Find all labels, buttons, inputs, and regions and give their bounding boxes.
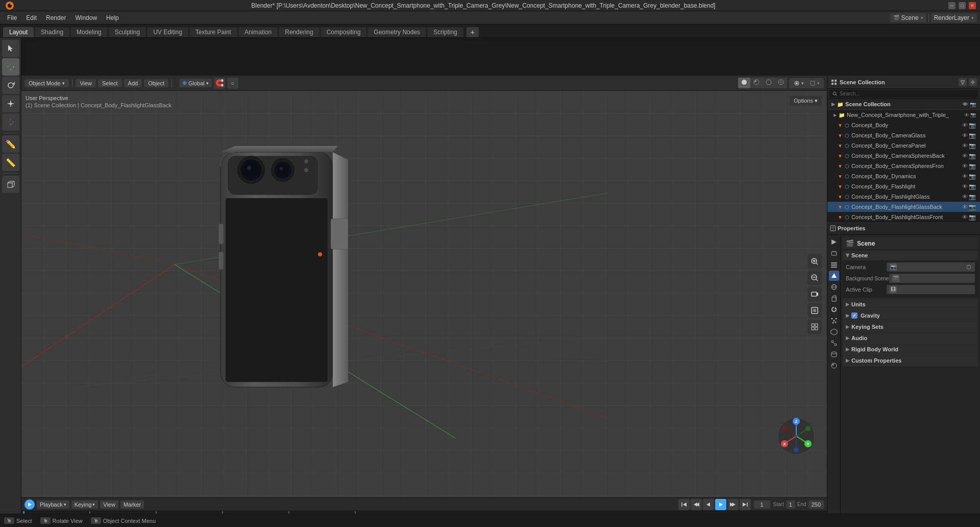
bg-scene-value[interactable]: 🎬 [889,274,975,283]
render-8[interactable]: 📷 [969,194,976,200]
vis-5[interactable]: 👁 [962,163,968,169]
tab-animation[interactable]: Animation [238,27,278,37]
props-physics-icon[interactable] [829,327,839,337]
outliner-item-8[interactable]: ▼ ⬡ Concept_Body_FlashlightGlass 👁 📷 [827,191,980,202]
render-1[interactable]: 📷 [969,122,976,129]
vis-3[interactable]: 👁 [962,142,968,149]
props-object-icon[interactable] [829,293,839,303]
render-6[interactable]: 📷 [969,173,976,180]
step-backward[interactable] [691,499,702,510]
render-9[interactable]: 📷 [969,204,976,210]
wireframe-display[interactable] [775,78,787,88]
render-4[interactable]: 📷 [969,153,976,159]
camera-view-button[interactable] [807,287,822,301]
viewport-select-menu[interactable]: Select [98,79,122,87]
active-clip-value[interactable]: 🎞 [887,285,975,294]
props-viewlayer-icon[interactable] [829,259,839,270]
render-7[interactable]: 📷 [969,183,976,190]
tab-rendering[interactable]: Rendering [279,27,319,37]
show-xray[interactable]: ▾ [807,79,822,87]
add-cube-tool[interactable] [2,176,19,193]
tab-geometry-nodes[interactable]: Geometry Nodes [368,27,426,37]
solid-display[interactable] [738,78,750,88]
material-display[interactable] [750,78,763,88]
camera-value[interactable]: 📷 [887,262,975,272]
global-transform-selector[interactable]: ⊕ Global ▾ [179,79,212,87]
render-2[interactable]: 📷 [969,132,976,139]
menu-window[interactable]: Window [71,13,101,22]
props-material-icon[interactable] [829,361,839,371]
tab-modeling[interactable]: Modeling [70,27,108,37]
tab-scripting[interactable]: Scripting [427,27,463,37]
vis-4[interactable]: 👁 [962,153,968,159]
outliner-item-7[interactable]: ▼ ⬡ Concept_Body_Flashlight 👁 📷 [827,181,980,191]
end-frame-input[interactable]: 250 [808,500,824,509]
scene-selector[interactable]: 🎬 Scene ▾ [890,13,926,22]
marker-menu[interactable]: Marker [120,500,144,509]
keying-menu[interactable]: Keying ▾ [71,500,99,509]
minimize-button[interactable]: ─ [948,2,955,9]
menu-help[interactable]: Help [102,13,123,22]
jump-to-end[interactable] [740,499,751,510]
outliner-item-2[interactable]: ▼ ⬡ Concept_Body_CameraGlass 👁 📷 [827,130,980,140]
scale-tool[interactable] [2,95,19,112]
rigid-body-world-header[interactable]: ▶ Rigid Body World [843,344,978,354]
play-forward-button[interactable] [715,499,726,510]
scene-section-header[interactable]: ▶ Scene [843,250,978,260]
move-tool[interactable] [2,58,19,76]
search-field[interactable]: Search... [829,90,978,98]
tab-compositing[interactable]: Compositing [321,27,367,37]
units-section-header[interactable]: ▶ Units [843,299,978,309]
transform-tool[interactable] [2,113,19,131]
tab-layout[interactable]: Layout [3,27,34,37]
custom-props-header[interactable]: ▶ Custom Properties [843,355,978,366]
add-workspace-button[interactable]: + [467,27,479,37]
cursor-tool[interactable] [2,40,19,57]
proportional-editing[interactable]: ○ [227,78,238,89]
render-3[interactable]: 📷 [969,142,976,149]
vis-1[interactable]: 👁 [962,122,968,128]
step-forward[interactable] [727,499,739,510]
start-frame-input[interactable]: 1 [786,500,795,509]
props-particles-icon[interactable] [829,316,839,326]
annotate-tool[interactable]: ✏️ [2,135,19,153]
render-icon[interactable]: 📷 [970,102,976,107]
props-scene-icon[interactable] [829,271,839,281]
tab-texture-paint[interactable]: Texture Paint [189,27,237,37]
tab-sculpting[interactable]: Sculpting [109,27,146,37]
render-10[interactable]: 📷 [969,214,976,221]
outliner-item-5[interactable]: ▼ ⬡ Concept_Body_CameraSpheresFron 👁 📷 [827,161,980,171]
vis-10[interactable]: 👁 [962,214,968,220]
outliner-item-10[interactable]: ▼ ⬡ Concept_Body_FlashlightGlassFront 👁 … [827,212,980,222]
maximize-button[interactable]: □ [959,2,966,9]
outliner-filter-icon[interactable] [959,78,967,86]
vis-6[interactable]: 👁 [962,173,968,179]
collection-item-0[interactable]: ▶ 📁 New_Concept_Smartphone_with_Triple_ … [827,110,980,120]
viewport-options-button[interactable]: Options ▾ [790,96,822,106]
tab-uv-editing[interactable]: UV Editing [147,27,188,37]
vis-2[interactable]: 👁 [962,132,968,138]
frame-all-button[interactable] [807,303,822,318]
visibility-icon[interactable]: 👁 [963,102,968,107]
menu-edit[interactable]: Edit [22,13,41,22]
play-button[interactable] [24,499,35,510]
close-button[interactable]: ✕ [969,2,976,9]
outliner-item-1[interactable]: ▼ ⬡ Concept_Body 👁 📷 [827,120,980,130]
props-modifier-icon[interactable] [829,304,839,315]
scene-collection-header[interactable]: ▶ 📁 Scene Collection 👁 📷 [827,99,980,110]
zoom-out-button[interactable] [807,271,822,285]
navigation-gizmo[interactable]: Z Y X [776,416,817,457]
viewport-mode-selector[interactable]: Object Mode ▾ [24,79,69,87]
menu-render[interactable]: Render [42,13,70,22]
vis-9[interactable]: 👁 [962,204,968,210]
render-icon-0[interactable]: 📷 [970,112,976,117]
keying-sets-header[interactable]: ▶ Keying Sets [843,322,978,332]
gravity-checkbox[interactable]: ✓ [851,313,857,319]
zoom-in-button[interactable] [807,254,822,269]
vis-icon-0[interactable]: 👁 [964,112,969,118]
props-data-icon[interactable] [829,349,839,360]
render-layer-selector[interactable]: RenderLayer ▾ [931,13,977,22]
measure-tool[interactable]: 📏 [2,154,19,171]
outliner-item-6[interactable]: ▼ ⬡ Concept_Body_Dynamics 👁 📷 [827,171,980,181]
viewport-object-menu[interactable]: Object [144,79,168,87]
